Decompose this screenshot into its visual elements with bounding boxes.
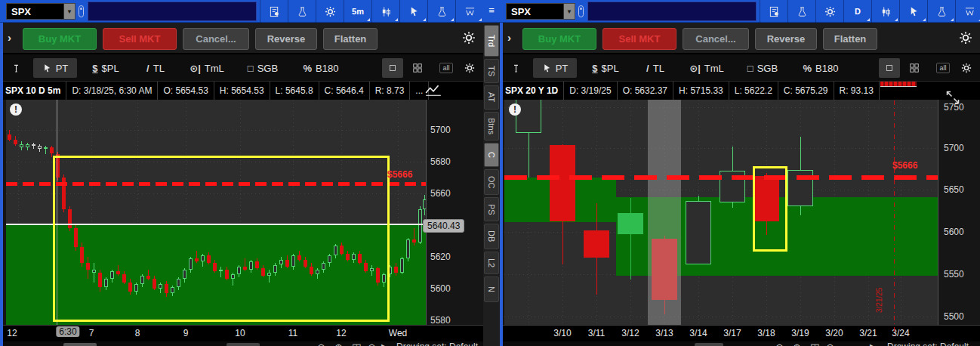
tool-tl-button[interactable]: /TL <box>634 58 676 78</box>
show-all-button[interactable]: all <box>933 58 953 78</box>
clipped-button[interactable] <box>227 343 260 346</box>
timeframe-dropdown[interactable]: 5m <box>344 0 371 23</box>
gear-icon[interactable] <box>461 58 479 78</box>
tab-l2[interactable]: L2 <box>484 252 499 274</box>
clipped-button[interactable] <box>63 343 97 346</box>
symbol-input[interactable]: SPX ▼ <box>506 3 575 20</box>
gear-icon[interactable] <box>959 31 972 45</box>
tool-pt-button[interactable]: PT <box>533 58 577 78</box>
time-axis[interactable]: 6:30 12789101112Wed <box>0 325 483 341</box>
clipped-button[interactable] <box>695 343 723 346</box>
tool-glyph: % <box>304 63 313 74</box>
tool-b180-button[interactable]: %B180 <box>293 58 349 78</box>
order-entry-input[interactable] <box>88 2 257 21</box>
drawings-icon[interactable] <box>455 0 483 23</box>
tool-pl-button[interactable]: $$PL <box>82 58 130 78</box>
drawing-set-label[interactable]: Drawing set: Default <box>887 341 969 346</box>
tool-sgb-button[interactable]: □SGB <box>237 58 288 78</box>
zoom-in-icon[interactable]: ⊕ <box>793 341 801 346</box>
note-icon[interactable] <box>760 0 787 23</box>
time-icon[interactable]: ⊙ <box>368 341 376 346</box>
reverse-button[interactable]: Reverse <box>255 28 317 50</box>
sell-mkt-button[interactable]: Sell MKT <box>602 28 676 50</box>
ohlc-low: L: 5645.8 <box>270 82 319 100</box>
buy-mkt-button[interactable]: Buy MKT <box>522 28 596 50</box>
flask-icon[interactable] <box>787 0 815 23</box>
grid-layout-icon[interactable] <box>904 58 924 78</box>
auto-scale-icon[interactable] <box>944 88 962 102</box>
gear-icon[interactable] <box>316 0 344 23</box>
cursor-mode-icon[interactable]: ▶ <box>870 341 877 346</box>
reverse-button[interactable]: Reverse <box>755 28 817 50</box>
tool-sgb-button[interactable]: □SGB <box>737 58 788 78</box>
gear-icon[interactable] <box>957 58 975 78</box>
symbol-input[interactable]: SPX ▼ <box>6 3 76 20</box>
grid-layout-icon[interactable] <box>408 58 427 78</box>
detach-icon[interactable] <box>382 58 403 78</box>
zigzag-style-icon[interactable] <box>424 84 442 97</box>
sell-mkt-button[interactable]: Sell MKT <box>103 28 177 50</box>
symbol-dropdown-icon[interactable]: ▼ <box>63 4 75 19</box>
drawings-icon[interactable] <box>955 0 980 23</box>
pin-icon[interactable] <box>506 58 525 78</box>
cancel-button[interactable]: Cancel... <box>683 28 749 50</box>
tab-at[interactable]: AT <box>484 85 499 110</box>
drawing-set-label[interactable]: Drawing set: Default <box>396 341 478 346</box>
tool-pl-button[interactable]: $$PL <box>581 58 630 78</box>
cursor-icon[interactable] <box>399 0 427 23</box>
candle-pattern-icon[interactable] <box>371 0 399 23</box>
buy-mkt-button[interactable]: Buy MKT <box>23 28 97 50</box>
tool-tl-button[interactable]: /TL <box>134 58 177 78</box>
time-axis[interactable]: 3/103/113/123/133/143/173/183/193/203/21… <box>500 325 980 341</box>
price-chart[interactable]: ! <box>504 100 938 325</box>
cursor-mode-icon[interactable]: ▶ <box>381 341 389 346</box>
flask-icon[interactable] <box>288 0 316 23</box>
tab-trd[interactable]: Trd <box>484 25 499 57</box>
tool-tml-button[interactable]: ⊙|TmL <box>181 58 233 78</box>
symbol-link-icon[interactable] <box>79 5 84 17</box>
tool-b180-button[interactable]: %B180 <box>793 58 849 78</box>
zoom-in-icon[interactable]: ⊕ <box>334 341 343 346</box>
flatten-button[interactable]: Flatten <box>323 28 378 50</box>
flask-icon[interactable] <box>927 0 955 23</box>
cursor-icon[interactable] <box>899 0 927 23</box>
pan-icon[interactable]: ◫ <box>810 341 819 346</box>
symbol-link-icon[interactable] <box>578 5 584 17</box>
info-icon[interactable]: ! <box>509 103 521 116</box>
tab-db[interactable]: DB <box>484 224 499 249</box>
expand-chevron-icon[interactable]: › <box>507 31 511 44</box>
flask-icon[interactable] <box>427 0 455 23</box>
timeframe-dropdown[interactable]: D <box>843 0 871 23</box>
pan-icon[interactable]: ◫ <box>352 341 361 346</box>
zoom-out-icon[interactable]: ⊖ <box>775 341 784 346</box>
yellow-drawing-rectangle[interactable] <box>753 166 787 252</box>
price-chart[interactable]: $5666 ! <box>6 100 427 325</box>
symbol-dropdown-icon[interactable]: ▼ <box>563 4 575 19</box>
tab-btns[interactable]: Btns <box>484 112 499 141</box>
yellow-drawing-rectangle[interactable] <box>53 156 390 322</box>
note-icon[interactable] <box>260 0 288 23</box>
show-all-button[interactable]: all <box>436 58 456 78</box>
hamburger-menu-icon[interactable]: ≡ <box>483 0 500 23</box>
flatten-button[interactable]: Flatten <box>823 28 877 50</box>
cancel-button[interactable]: Cancel... <box>183 28 249 50</box>
gear-icon[interactable] <box>462 31 476 45</box>
zoom-out-icon[interactable]: ⊖ <box>317 341 325 346</box>
time-icon[interactable]: ⊙ <box>826 341 834 346</box>
tool-tml-button[interactable]: ⊙|TmL <box>681 58 732 78</box>
tab-c[interactable]: C <box>484 143 499 167</box>
info-icon[interactable]: ! <box>10 103 22 116</box>
tab-ps[interactable]: PS <box>484 197 499 221</box>
tab-ts[interactable]: TS <box>484 59 499 83</box>
tab-oc[interactable]: OC <box>484 169 499 195</box>
order-entry-input[interactable] <box>587 2 757 21</box>
expand-chevron-icon[interactable]: › <box>8 31 11 44</box>
tab-n[interactable]: N <box>484 276 499 302</box>
time-tick-label: 9 <box>183 328 189 338</box>
gear-icon[interactable] <box>815 0 843 23</box>
tool-pt-button[interactable]: PT <box>33 58 77 78</box>
chart-panel-right: SPX ▼ D › Buy MKT Sell MKT Cancel... Rev… <box>500 0 980 346</box>
candle-pattern-icon[interactable] <box>871 0 899 23</box>
detach-icon[interactable] <box>879 58 900 78</box>
pin-icon[interactable] <box>6 58 26 78</box>
